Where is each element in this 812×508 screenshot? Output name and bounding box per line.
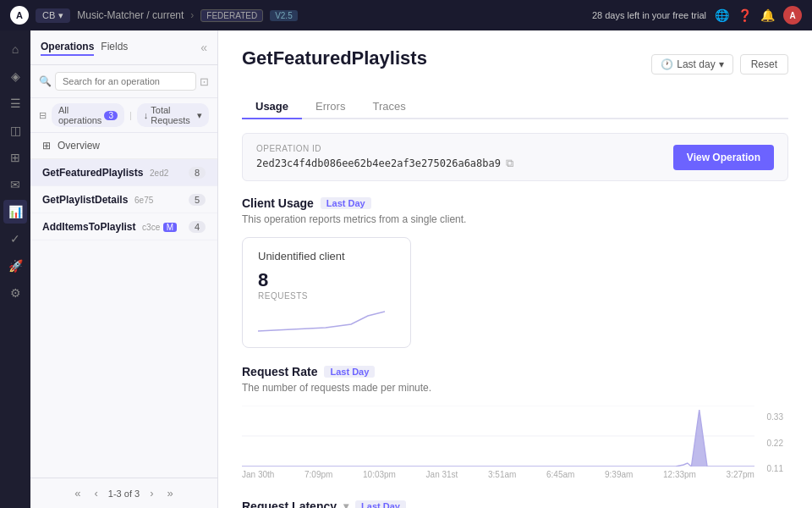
chevron-down-icon: ▾ xyxy=(58,10,63,21)
workspace-badge[interactable]: CB ▾ xyxy=(36,8,70,23)
federated-badge: FEDERATED xyxy=(200,9,263,22)
trial-text: 28 days left in your free trial xyxy=(592,10,706,20)
topbar: A CB ▾ Music-Matcher / current › FEDERAT… xyxy=(0,0,812,30)
topbar-right: 28 days left in your free trial 🌐 ❓ 🔔 A xyxy=(592,6,802,25)
globe-icon: 🌐 xyxy=(715,8,729,22)
avatar[interactable]: A xyxy=(783,6,802,25)
app-logo: A xyxy=(10,6,29,25)
help-icon[interactable]: ❓ xyxy=(738,8,752,22)
topbar-left: A CB ▾ Music-Matcher / current › FEDERAT… xyxy=(10,6,298,25)
version-badge: V2.5 xyxy=(270,10,298,21)
chevron-right-icon: › xyxy=(190,9,194,21)
workspace-label: CB xyxy=(42,10,55,20)
breadcrumb: Music-Matcher / current xyxy=(77,9,184,21)
bell-icon[interactable]: 🔔 xyxy=(760,8,775,22)
